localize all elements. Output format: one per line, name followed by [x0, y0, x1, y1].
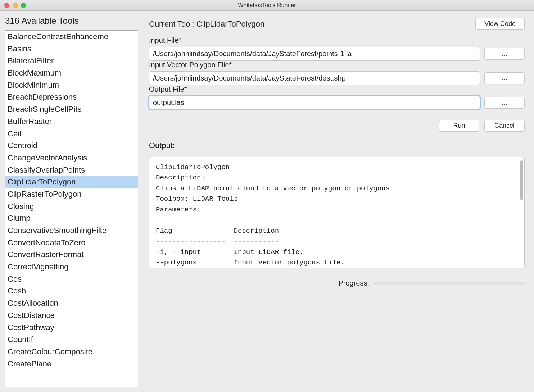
tool-item[interactable]: CreateColourComposite [5, 346, 138, 358]
param-row: ... [149, 47, 525, 61]
window-body: 316 Available Tools BalanceContrastEnhan… [0, 11, 534, 392]
tool-item[interactable]: ClipRasterToPolygon [5, 188, 138, 200]
sidebar-title: 316 Available Tools [5, 16, 138, 30]
close-icon[interactable] [4, 3, 9, 8]
tool-item[interactable]: ClassifyOverlapPoints [5, 164, 138, 176]
param-label: Output File* [149, 85, 525, 94]
current-tool-prefix: Current Tool: [149, 19, 196, 28]
current-tool-name: ClipLidarToPolygon [196, 19, 265, 28]
app-window: WhiteboxTools Runner 316 Available Tools… [0, 0, 534, 392]
tool-item[interactable]: Closing [5, 200, 138, 213]
progress-label: Progress: [338, 279, 369, 287]
output-scrollbar[interactable] [520, 160, 523, 200]
param-input[interactable] [149, 71, 480, 85]
param-input[interactable] [149, 47, 480, 61]
tool-item[interactable]: Cosh [5, 285, 138, 297]
tool-list-container: BalanceContrastEnhancemeBasinsBilateralF… [5, 30, 138, 387]
run-button[interactable]: Run [439, 120, 479, 132]
current-tool-label: Current Tool: ClipLidarToPolygon [149, 19, 264, 29]
tool-item[interactable]: Basins [5, 43, 138, 55]
tool-item[interactable]: BlockMinimum [5, 79, 138, 91]
tool-item[interactable]: BalanceContrastEnhanceme [5, 31, 138, 43]
cancel-button[interactable]: Cancel [484, 120, 525, 132]
tool-item[interactable]: ConvertNodataToZero [5, 237, 138, 249]
tool-item[interactable]: ClipLidarToPolygon [5, 176, 138, 188]
tool-item[interactable]: CostPathway [5, 322, 138, 334]
tool-item[interactable]: CorrectVignetting [5, 261, 138, 273]
tool-item[interactable]: BilateralFilter [5, 55, 138, 67]
action-row: Run Cancel [149, 120, 525, 132]
param-input[interactable] [149, 96, 480, 110]
tool-item[interactable]: BlockMaximum [5, 67, 138, 79]
tool-item[interactable]: CountIf [5, 333, 138, 346]
minimize-icon[interactable] [13, 3, 18, 8]
tool-item[interactable]: CostDistance [5, 309, 138, 322]
browse-button[interactable]: ... [484, 48, 525, 60]
tool-list[interactable]: BalanceContrastEnhancemeBasinsBilateralF… [5, 31, 138, 387]
param-group: Output File*... [149, 85, 525, 110]
param-label: Input File* [149, 36, 525, 45]
param-group: Input Vector Polygon File*... [149, 61, 525, 85]
tool-item[interactable]: CreatePlane [5, 358, 138, 370]
tool-item[interactable]: BreachDepressions [5, 91, 138, 103]
tool-item[interactable]: BreachSingleCellPits [5, 103, 138, 115]
param-row: ... [149, 96, 525, 110]
titlebar: WhiteboxTools Runner [0, 0, 534, 11]
output-box-wrap: ClipLidarToPolygon Description: Clips a … [149, 157, 525, 268]
tool-item[interactable]: Clump [5, 212, 138, 224]
params-section: Input File*...Input Vector Polygon File*… [149, 36, 525, 110]
output-label: Output: [149, 141, 525, 150]
window-controls [0, 3, 26, 8]
tool-item[interactable]: CostAllocation [5, 297, 138, 309]
tool-item[interactable]: Cos [5, 273, 138, 285]
param-row: ... [149, 71, 525, 85]
main-panel: Current Tool: ClipLidarToPolygon View Co… [149, 16, 529, 387]
sidebar: 316 Available Tools BalanceContrastEnhan… [5, 16, 138, 387]
progress-row: Progress: [149, 279, 525, 287]
browse-button[interactable]: ... [484, 72, 525, 84]
tool-item[interactable]: BufferRaster [5, 115, 138, 128]
window-title: WhiteboxTools Runner [238, 2, 296, 9]
tool-item[interactable]: Ceil [5, 128, 138, 140]
output-textarea[interactable]: ClipLidarToPolygon Description: Clips a … [149, 157, 525, 268]
header-row: Current Tool: ClipLidarToPolygon View Co… [149, 18, 525, 30]
maximize-icon[interactable] [21, 3, 26, 8]
tool-item[interactable]: ChangeVectorAnalysis [5, 152, 138, 164]
browse-button[interactable]: ... [484, 97, 525, 109]
tool-item[interactable]: ConservativeSmoothingFilte [5, 224, 138, 237]
param-group: Input File*... [149, 36, 525, 61]
tool-item[interactable]: Centroid [5, 140, 138, 152]
progress-bar [374, 282, 525, 285]
view-code-button[interactable]: View Code [475, 18, 525, 30]
tool-item[interactable]: ConvertRasterFormat [5, 249, 138, 261]
param-label: Input Vector Polygon File* [149, 61, 525, 69]
